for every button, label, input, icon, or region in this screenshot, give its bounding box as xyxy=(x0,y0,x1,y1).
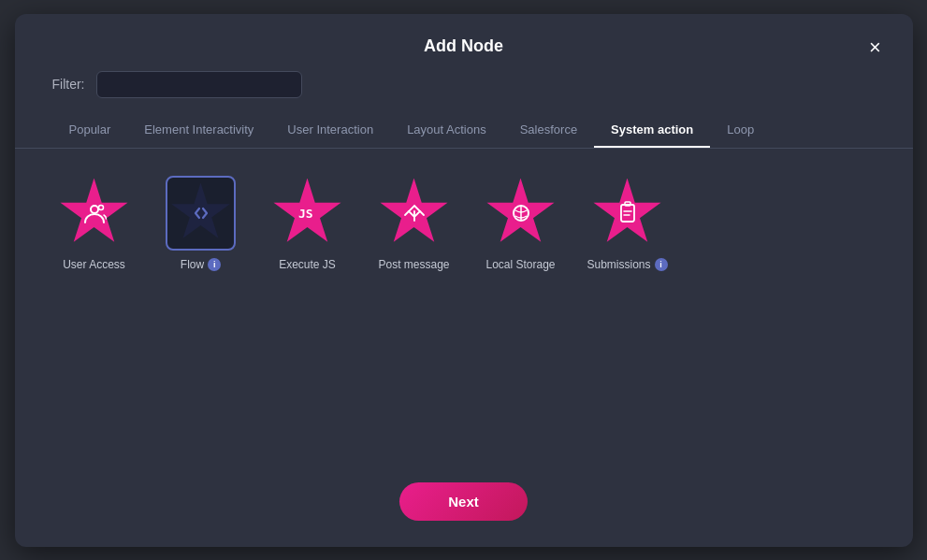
submissions-icon xyxy=(613,198,643,228)
tab-layout-actions[interactable]: Layout Actions xyxy=(390,113,503,148)
item-icon-post-message xyxy=(379,179,449,249)
submissions-info-icon: i xyxy=(655,258,668,271)
modal-header: Add Node × xyxy=(15,14,913,71)
tab-element-interactivity[interactable]: Element Interactivity xyxy=(127,113,270,148)
local-storage-icon xyxy=(506,198,536,228)
item-submissions[interactable]: Submissions i xyxy=(586,179,670,271)
item-icon-flow xyxy=(166,179,236,249)
flow-info-icon: i xyxy=(208,258,221,271)
item-label-execute-js: Execute JS xyxy=(279,258,336,271)
item-label-submissions: Submissions i xyxy=(587,258,667,271)
item-label-user-access: User Access xyxy=(63,258,125,271)
star-user-access xyxy=(59,179,129,249)
svg-rect-5 xyxy=(621,205,634,222)
star-execute-js: JS xyxy=(272,179,342,249)
svg-point-0 xyxy=(91,206,98,213)
flow-selected-border xyxy=(166,176,236,251)
item-local-storage[interactable]: Local Storage xyxy=(479,179,563,271)
add-node-modal: Add Node × Filter: Popular Element Inter… xyxy=(15,14,913,547)
tab-loop[interactable]: Loop xyxy=(710,113,771,148)
item-execute-js[interactable]: JS Execute JS xyxy=(266,179,350,271)
item-icon-submissions xyxy=(592,179,662,249)
item-flow[interactable]: Flow i xyxy=(159,179,243,271)
post-message-icon xyxy=(399,198,429,228)
filter-label: Filter: xyxy=(52,77,85,92)
tab-popular[interactable]: Popular xyxy=(52,113,128,148)
star-post-message xyxy=(379,179,449,249)
svg-rect-6 xyxy=(625,202,630,206)
tab-system-action[interactable]: System action xyxy=(594,113,710,148)
items-grid: User Access Flow i xyxy=(52,179,876,271)
item-icon-execute-js: JS xyxy=(272,179,342,249)
item-label-flow: Flow i xyxy=(181,258,221,271)
item-post-message[interactable]: Post message xyxy=(372,179,456,271)
star-local-storage xyxy=(485,179,556,249)
item-icon-user-access xyxy=(59,179,129,249)
execute-js-icon: JS xyxy=(293,198,323,228)
filter-input[interactable] xyxy=(96,71,302,98)
item-label-local-storage: Local Storage xyxy=(485,258,555,271)
next-button[interactable]: Next xyxy=(399,482,528,521)
flow-icon xyxy=(186,198,216,228)
tabs-bar: Popular Element Interactivity User Inter… xyxy=(15,113,913,149)
svg-point-1 xyxy=(98,206,103,210)
modal-footer: Next xyxy=(15,467,913,547)
svg-text:JS: JS xyxy=(298,207,313,221)
content-area: User Access Flow i xyxy=(15,149,913,467)
item-user-access[interactable]: User Access xyxy=(52,179,137,271)
item-label-post-message: Post message xyxy=(378,258,449,271)
star-submissions xyxy=(592,179,662,249)
tab-salesforce[interactable]: Salesforce xyxy=(503,113,594,148)
modal-title: Add Node xyxy=(424,36,503,56)
flow-star xyxy=(170,183,231,244)
close-button[interactable]: × xyxy=(861,33,891,63)
tab-user-interaction[interactable]: User Interaction xyxy=(270,113,390,148)
user-access-icon xyxy=(80,198,109,228)
filter-row: Filter: xyxy=(15,71,913,113)
item-icon-local-storage xyxy=(485,179,556,249)
